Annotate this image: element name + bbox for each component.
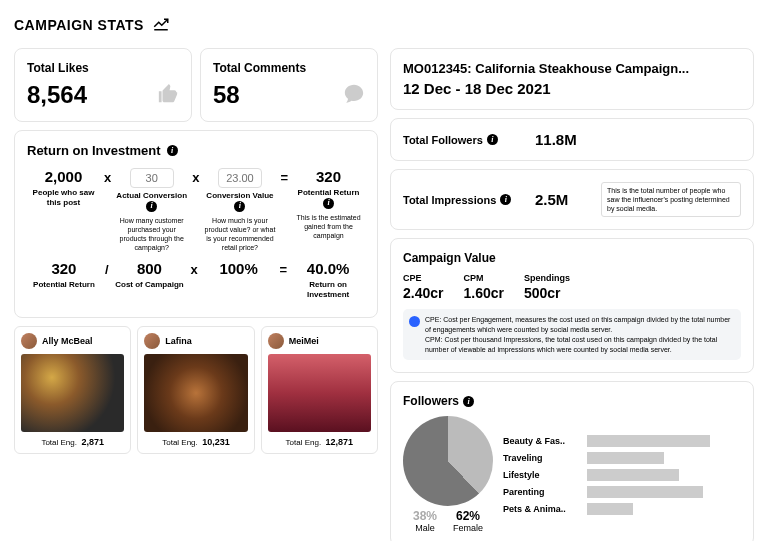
avatar bbox=[268, 333, 284, 349]
post-image bbox=[268, 354, 371, 432]
page-title: CAMPAIGN STATS bbox=[14, 17, 144, 33]
gender-pie-chart bbox=[403, 416, 493, 506]
definitions-box: CPE: Cost per Engagement, measures the c… bbox=[403, 309, 741, 360]
influencer-card[interactable]: MeiMei Total Eng. 12,871 bbox=[261, 326, 378, 454]
comments-label: Total Comments bbox=[213, 61, 365, 75]
comment-icon bbox=[343, 83, 365, 109]
campaign-header-card: MO012345: California Steakhouse Campaign… bbox=[390, 48, 754, 110]
thumbs-up-icon bbox=[157, 83, 179, 109]
actual-conversion-input[interactable] bbox=[130, 168, 174, 188]
likes-value: 8,564 bbox=[27, 81, 87, 109]
info-icon[interactable]: i bbox=[234, 201, 245, 212]
info-icon[interactable]: i bbox=[167, 145, 178, 156]
conversion-value-input[interactable] bbox=[218, 168, 262, 188]
info-icon[interactable]: i bbox=[146, 201, 157, 212]
roi-card: Return on Investment i 2,000 People who … bbox=[14, 130, 378, 318]
post-image bbox=[21, 354, 124, 432]
total-impressions-card: Total Impressions i 2.5M This is the tot… bbox=[390, 169, 754, 230]
avatar bbox=[144, 333, 160, 349]
campaign-title: MO012345: California Steakhouse Campaign… bbox=[403, 61, 741, 76]
info-icon[interactable]: i bbox=[323, 198, 334, 209]
total-likes-card: Total Likes 8,564 bbox=[14, 48, 192, 122]
influencer-card[interactable]: Ally McBeal Total Eng. 2,871 bbox=[14, 326, 131, 454]
impressions-tooltip: This is the total number of people who s… bbox=[601, 182, 741, 217]
info-icon[interactable]: i bbox=[487, 134, 498, 145]
info-icon[interactable]: i bbox=[463, 396, 474, 407]
campaign-value-card: Campaign Value CPE 2.40cr CPM 1.60cr Spe… bbox=[390, 238, 754, 373]
info-icon[interactable]: i bbox=[500, 194, 511, 205]
post-image bbox=[144, 354, 247, 432]
campaign-date: 12 Dec - 18 Dec 2021 bbox=[403, 80, 741, 97]
likes-label: Total Likes bbox=[27, 61, 179, 75]
followers-chart-card: Followers i 38%Male 62%Female Beauty & F… bbox=[390, 381, 754, 541]
total-comments-card: Total Comments 58 bbox=[200, 48, 378, 122]
avatar bbox=[21, 333, 37, 349]
page-header: CAMPAIGN STATS bbox=[14, 14, 754, 36]
interest-bars: Beauty & Fas.. Traveling Lifestyle Paren… bbox=[503, 435, 741, 515]
influencer-list: Ally McBeal Total Eng. 2,871 Lafina Tota… bbox=[14, 326, 378, 454]
roi-title: Return on Investment i bbox=[27, 143, 365, 158]
roi-percent: 40.0% bbox=[291, 260, 365, 277]
influencer-card[interactable]: Lafina Total Eng. 10,231 bbox=[137, 326, 254, 454]
potential-return: 320 bbox=[292, 168, 365, 185]
roi-views: 2,000 bbox=[27, 168, 100, 185]
chart-icon bbox=[152, 14, 170, 36]
total-followers-card: Total Followers i 11.8M bbox=[390, 118, 754, 161]
comments-value: 58 bbox=[213, 81, 240, 109]
info-badge-icon bbox=[409, 316, 420, 327]
